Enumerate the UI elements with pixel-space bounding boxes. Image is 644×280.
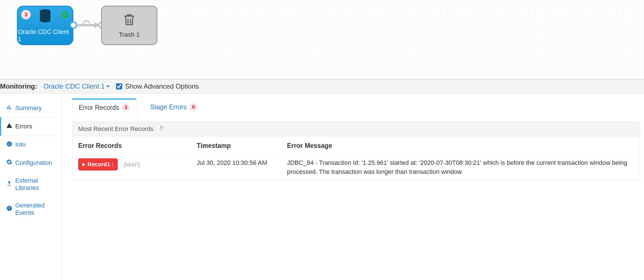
gear-icon (60, 10, 69, 19)
show-advanced-options-checkbox[interactable] (116, 83, 122, 89)
upload-icon (6, 180, 12, 188)
events-icon (6, 205, 12, 213)
error-tabs: Error Records 3 Stage Errors 0 (72, 99, 640, 116)
sidebar-item-configuration[interactable]: Configuration (0, 154, 62, 172)
play-icon (82, 163, 85, 167)
database-icon (37, 8, 53, 25)
svg-rect-4 (9, 143, 10, 143)
tab-label: Stage Errors (150, 103, 187, 111)
error-records-panel: Most Recent Error Records Error Records … (72, 122, 640, 181)
sidebar-item-external-libraries[interactable]: External Libraries (0, 172, 62, 197)
stage-trash[interactable]: Trash 1 (101, 6, 157, 45)
output-port[interactable] (70, 21, 77, 29)
trash-icon (122, 12, 137, 29)
stage-oracle-cdc-client[interactable]: 3 Oracle CDC Client 1 (17, 6, 73, 45)
sidebar-item-label: Info (15, 141, 26, 148)
sidebar-item-label: Summary (15, 104, 42, 112)
stage-label: Oracle CDC Client 1 (18, 28, 73, 43)
record-timestamp: Jul 30, 2020 10:30:56 AM (191, 154, 281, 180)
monitoring-label: Monitoring: (0, 82, 37, 90)
show-advanced-options-label: Show Advanced Options (125, 82, 199, 90)
table-row: Record1 : {MAP} Jul 30, 2020 10:30:56 AM… (73, 154, 640, 180)
sidebar-item-summary[interactable]: Summary (0, 99, 62, 117)
lower-panel: Summary Errors Info Configuration Extern… (0, 93, 644, 280)
tab-count-badge: 3 (122, 104, 130, 111)
gear-icon (6, 159, 12, 167)
pipeline-canvas[interactable]: 3 Oracle CDC Client 1 Trash 1 (0, 0, 644, 79)
monitoring-sidebar: Summary Errors Info Configuration Extern… (0, 93, 62, 280)
monitoring-stage-name: Oracle CDC Client 1 (43, 82, 105, 90)
sidebar-item-info[interactable]: Info (0, 136, 62, 154)
sidebar-item-label: External Libraries (15, 177, 57, 192)
stage-label: Trash 1 (119, 31, 140, 38)
stage-error-badge: 3 (21, 10, 31, 19)
sidebar-item-label: Generated Events (15, 202, 57, 216)
sidebar-item-label: Errors (15, 123, 32, 130)
tab-count-badge: 0 (189, 103, 197, 111)
svg-point-0 (40, 9, 50, 13)
tab-error-records[interactable]: Error Records 3 (72, 99, 136, 116)
tab-stage-errors[interactable]: Stage Errors 0 (144, 99, 204, 116)
record-expand-button[interactable]: Record1 : (78, 158, 118, 170)
sidebar-item-errors[interactable]: Errors (0, 117, 62, 136)
monitoring-stage-dropdown[interactable]: Oracle CDC Client 1 (43, 82, 110, 90)
col-header-message: Error Message (281, 136, 640, 154)
content-area: Error Records 3 Stage Errors 0 Most Rece… (62, 93, 644, 280)
tab-label: Error Records (79, 104, 119, 111)
record-type-tag: {MAP} (123, 161, 140, 168)
refresh-button[interactable] (159, 125, 164, 133)
gauge-icon (82, 18, 91, 24)
svg-rect-3 (9, 143, 10, 145)
warning-icon (6, 123, 12, 130)
sidebar-item-generated-events[interactable]: Generated Events (0, 197, 62, 222)
monitoring-bar: Monitoring: Oracle CDC Client 1 Show Adv… (0, 79, 644, 93)
show-advanced-options-toggle[interactable]: Show Advanced Options (116, 82, 199, 90)
col-header-timestamp: Timestamp (191, 136, 281, 154)
record-message: JDBC_84 - Transaction Id: '1.25.961' sta… (281, 154, 640, 180)
info-icon (6, 141, 12, 149)
col-header-records: Error Records (73, 136, 191, 154)
refresh-icon (159, 125, 164, 131)
record-label: Record1 : (87, 160, 113, 169)
caret-down-icon (106, 86, 110, 88)
panel-title: Most Recent Error Records (78, 125, 154, 133)
bar-chart-icon (6, 104, 12, 112)
error-records-table: Error Records Timestamp Error Message Re… (73, 136, 640, 180)
sidebar-item-label: Configuration (15, 159, 52, 167)
panel-header: Most Recent Error Records (73, 122, 640, 136)
